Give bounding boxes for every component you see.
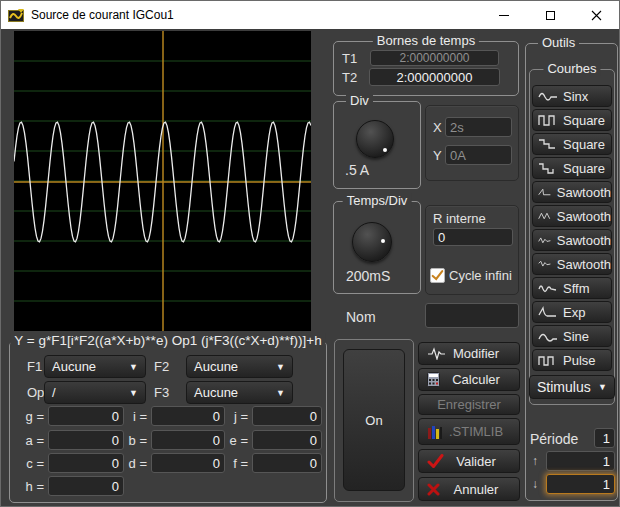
courbes-title: Courbes: [543, 61, 600, 76]
zigzag-decay-wave-icon: [538, 234, 552, 246]
param-d-label: d =: [123, 456, 147, 471]
valider-label: Valider: [456, 454, 496, 469]
f3-label: F3: [154, 385, 169, 400]
stimlib-button: .STIMLIB: [418, 418, 520, 445]
curve-button-sawtooth1[interactable]: Sawtooth: [532, 181, 612, 203]
nom-field[interactable]: [425, 303, 519, 328]
chevron-down-icon: ▼: [276, 388, 285, 398]
param-i-field[interactable]: [151, 406, 225, 426]
param-j-label: j =: [224, 409, 248, 424]
curve-button-sinx[interactable]: Sinx: [532, 85, 612, 107]
t1-field: [370, 50, 499, 66]
chevron-down-icon: ▼: [129, 388, 138, 398]
param-h-label: h =: [18, 479, 44, 494]
param-c-field[interactable]: [48, 453, 124, 473]
cycle-infini-checkbox[interactable]: [430, 268, 445, 283]
minimize-button[interactable]: [481, 1, 527, 29]
on-button[interactable]: On: [343, 349, 405, 491]
op1-dropdown[interactable]: /▼: [44, 381, 146, 404]
r-interne-field[interactable]: [433, 228, 513, 246]
x-field: [445, 117, 512, 137]
param-j-field[interactable]: [252, 406, 322, 426]
stimulus-value: Stimulus: [537, 379, 591, 395]
chevron-down-icon: ▼: [276, 362, 285, 372]
param-c-label: c =: [18, 456, 44, 471]
valider-button[interactable]: Valider: [418, 449, 520, 473]
step-notch-wave-icon: [538, 162, 558, 174]
param-a-label: a =: [18, 433, 44, 448]
curve-button-label: Sawtooth: [557, 185, 611, 200]
outils-title: Outils: [538, 35, 579, 50]
curve-button-label: Sawtooth: [557, 233, 611, 248]
curve-button-sine[interactable]: Sine: [532, 325, 612, 347]
periode-down-field[interactable]: [546, 474, 615, 494]
pulse-wave-icon: [538, 354, 558, 366]
chevron-down-icon: ▼: [129, 362, 138, 372]
div-knob[interactable]: [356, 120, 394, 158]
temps-div-value: 200mS: [346, 268, 390, 284]
f3-dropdown[interactable]: Aucune▼: [186, 381, 293, 404]
curve-button-exp[interactable]: Exp: [532, 301, 612, 323]
formula-title: Y = g*F1[i*F2((a*X+b)**e) Op1 (j*F3((c*X…: [10, 333, 325, 348]
param-g-label: g =: [18, 409, 44, 424]
param-g-field[interactable]: [48, 406, 124, 426]
t2-label: T2: [342, 70, 357, 85]
curve-button-square3[interactable]: Square: [532, 157, 612, 179]
param-f-field[interactable]: [252, 453, 322, 473]
curve-button-sawtooth2[interactable]: Sawtooth: [532, 205, 612, 227]
param-e-field[interactable]: [252, 430, 322, 450]
div-value: .5 A: [345, 162, 369, 178]
curve-button-pulse[interactable]: Pulse: [532, 349, 612, 371]
modifier-button[interactable]: Modifier: [418, 342, 520, 365]
f1-dropdown[interactable]: Aucune▼: [44, 355, 146, 378]
source-de-courant-window: Source de courant IGCou1 Bornes de temps…: [0, 0, 620, 507]
t1-label: T1: [342, 51, 357, 66]
curve-button-square2[interactable]: Square: [532, 133, 612, 155]
maximize-button[interactable]: [527, 1, 573, 29]
periode-up-field[interactable]: [546, 451, 615, 471]
curve-button-label: Sawtooth: [557, 257, 611, 272]
xy-panel: X Y: [425, 105, 519, 181]
periode-field[interactable]: [594, 428, 615, 448]
red-check-icon: [427, 454, 444, 468]
stimlib-label: .STIMLIB: [449, 424, 503, 439]
param-h-field[interactable]: [48, 476, 124, 496]
periode-label: Période: [530, 431, 578, 447]
sine-hump-wave-icon: [538, 330, 558, 342]
param-d-field[interactable]: [151, 453, 225, 473]
title-bar: Source de courant IGCou1: [1, 1, 619, 29]
f2-dropdown[interactable]: Aucune▼: [186, 355, 293, 378]
arrow-down-icon: ↓: [532, 477, 538, 491]
t2-field[interactable]: [369, 68, 500, 86]
curve-button-sawtooth3[interactable]: Sawtooth: [532, 229, 612, 251]
curve-button-label: Sine: [563, 329, 589, 344]
square-wave-icon: [538, 114, 558, 126]
ramp-wave-icon: [538, 186, 552, 198]
f2-value: Aucune: [194, 359, 238, 374]
y-label: Y: [433, 148, 442, 163]
formula-group: Y = g*F1[i*F2((a*X+b)**e) Op1 (j*F3((c*X…: [9, 341, 327, 503]
stimulus-dropdown[interactable]: Stimulus▼: [529, 375, 615, 399]
minimize-icon: [499, 15, 509, 16]
library-books-icon: [427, 424, 443, 440]
curve-button-square1[interactable]: Square: [532, 109, 612, 131]
temps-div-knob[interactable]: [352, 222, 392, 262]
curve-button-label: Square: [563, 137, 605, 152]
op1-value: /: [52, 385, 56, 400]
div-group: Div .5 A: [333, 101, 421, 189]
cycle-infini-label: Cycle infini: [449, 268, 512, 283]
enregistrer-button: Enregistrer: [418, 394, 520, 415]
curve-button-sffm[interactable]: Sffm: [532, 277, 612, 299]
curve-button-label: Exp: [563, 305, 585, 320]
close-icon: [591, 10, 602, 21]
waveform-display[interactable]: [14, 31, 311, 331]
annuler-button[interactable]: Annuler: [418, 477, 520, 501]
param-b-field[interactable]: [151, 430, 225, 450]
close-button[interactable]: [573, 1, 619, 29]
red-x-icon: [427, 483, 440, 496]
curve-button-sawtooth4[interactable]: Sawtooth: [532, 253, 612, 275]
calculer-button[interactable]: Calculer: [418, 368, 520, 391]
annuler-label: Annuler: [454, 482, 499, 497]
maximize-icon: [546, 11, 555, 20]
param-a-field[interactable]: [48, 430, 124, 450]
